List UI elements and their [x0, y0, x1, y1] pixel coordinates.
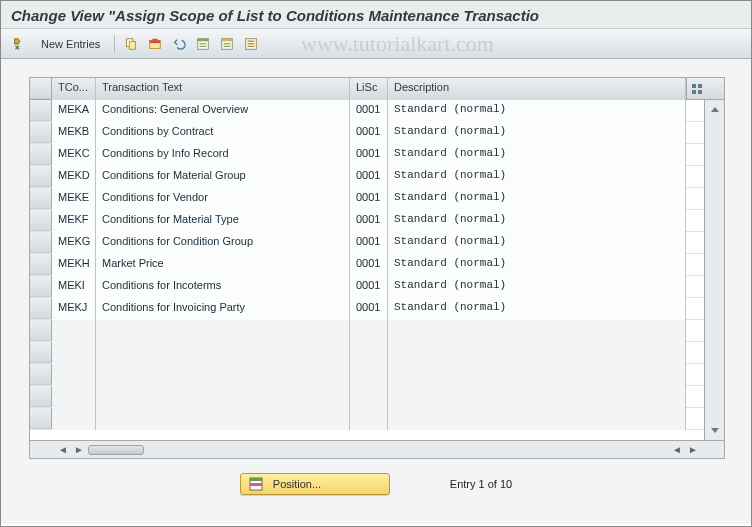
cell-desc[interactable] — [388, 364, 686, 386]
select-block-icon[interactable] — [217, 34, 237, 54]
cell-tcode[interactable]: MEKA — [52, 100, 96, 122]
cell-desc[interactable]: Standard (normal) — [388, 188, 686, 210]
delete-icon[interactable] — [145, 34, 165, 54]
cell-text[interactable] — [96, 342, 350, 364]
scroll-right-icon[interactable]: ► — [72, 443, 86, 457]
cell-lisc[interactable]: 0001 — [350, 254, 388, 276]
table-row[interactable] — [30, 408, 704, 430]
row-handle[interactable] — [30, 320, 52, 341]
cell-text[interactable]: Conditions for Incoterms — [96, 276, 350, 298]
cell-tcode[interactable]: MEKE — [52, 188, 96, 210]
cell-text[interactable]: Conditions by Info Record — [96, 144, 350, 166]
row-handle[interactable] — [30, 122, 52, 143]
table-row[interactable]: MEKCConditions by Info Record0001Standar… — [30, 144, 704, 166]
cell-tcode[interactable]: MEKC — [52, 144, 96, 166]
cell-desc[interactable]: Standard (normal) — [388, 100, 686, 122]
vertical-scrollbar[interactable] — [704, 100, 724, 440]
col-header-text[interactable]: Transaction Text — [96, 78, 350, 100]
cell-tcode[interactable] — [52, 320, 96, 342]
cell-text[interactable]: Market Price — [96, 254, 350, 276]
col-header-lisc[interactable]: LiSc — [350, 78, 388, 100]
row-handle[interactable] — [30, 166, 52, 187]
cell-desc[interactable]: Standard (normal) — [388, 122, 686, 144]
configure-columns-icon[interactable] — [686, 78, 706, 99]
row-handle[interactable] — [30, 100, 52, 121]
scroll-down-icon[interactable] — [707, 422, 723, 438]
table-row[interactable]: MEKBConditions by Contract0001Standard (… — [30, 122, 704, 144]
cell-text[interactable]: Conditions for Vendor — [96, 188, 350, 210]
cell-text[interactable] — [96, 320, 350, 342]
cell-lisc[interactable] — [350, 320, 388, 342]
cell-text[interactable]: Conditions for Material Type — [96, 210, 350, 232]
scroll-left-icon[interactable]: ◄ — [56, 443, 70, 457]
cell-desc[interactable] — [388, 342, 686, 364]
table-row[interactable] — [30, 386, 704, 408]
table-row[interactable]: MEKFConditions for Material Type0001Stan… — [30, 210, 704, 232]
cell-lisc[interactable] — [350, 408, 388, 430]
row-handle[interactable] — [30, 188, 52, 209]
cell-text[interactable]: Conditions for Invoicing Party — [96, 298, 350, 320]
cell-desc[interactable]: Standard (normal) — [388, 298, 686, 320]
cell-lisc[interactable]: 0001 — [350, 188, 388, 210]
row-handle[interactable] — [30, 254, 52, 275]
table-row[interactable]: MEKEConditions for Vendor0001Standard (n… — [30, 188, 704, 210]
cell-lisc[interactable] — [350, 342, 388, 364]
scroll-right-end-icon[interactable]: ► — [686, 443, 700, 457]
table-row[interactable]: MEKIConditions for Incoterms0001Standard… — [30, 276, 704, 298]
cell-text[interactable] — [96, 408, 350, 430]
row-handle[interactable] — [30, 342, 52, 363]
row-handle[interactable] — [30, 298, 52, 319]
cell-lisc[interactable] — [350, 386, 388, 408]
cell-desc[interactable] — [388, 320, 686, 342]
scroll-thumb[interactable] — [88, 445, 144, 455]
row-handle[interactable] — [30, 408, 52, 429]
cell-tcode[interactable] — [52, 364, 96, 386]
cell-tcode[interactable]: MEKI — [52, 276, 96, 298]
cell-lisc[interactable]: 0001 — [350, 210, 388, 232]
cell-text[interactable]: Conditions: General Overview — [96, 100, 350, 122]
cell-lisc[interactable]: 0001 — [350, 166, 388, 188]
cell-desc[interactable]: Standard (normal) — [388, 232, 686, 254]
cell-tcode[interactable] — [52, 408, 96, 430]
table-row[interactable] — [30, 320, 704, 342]
cell-desc[interactable]: Standard (normal) — [388, 254, 686, 276]
col-header-tcode[interactable]: TCo... — [52, 78, 96, 100]
table-row[interactable]: MEKAConditions: General Overview0001Stan… — [30, 100, 704, 122]
cell-lisc[interactable] — [350, 364, 388, 386]
deselect-all-icon[interactable] — [241, 34, 261, 54]
cell-desc[interactable] — [388, 386, 686, 408]
cell-desc[interactable]: Standard (normal) — [388, 210, 686, 232]
col-header-desc[interactable]: Description — [388, 78, 686, 100]
cell-desc[interactable] — [388, 408, 686, 430]
cell-tcode[interactable]: MEKG — [52, 232, 96, 254]
row-handle[interactable] — [30, 232, 52, 253]
table-row[interactable]: MEKGConditions for Condition Group0001St… — [30, 232, 704, 254]
position-button[interactable]: Position... — [240, 473, 390, 495]
table-row[interactable] — [30, 342, 704, 364]
other-view-icon[interactable] — [9, 34, 29, 54]
cell-tcode[interactable]: MEKF — [52, 210, 96, 232]
cell-tcode[interactable]: MEKB — [52, 122, 96, 144]
new-entries-button[interactable]: New Entries — [33, 35, 108, 53]
cell-desc[interactable]: Standard (normal) — [388, 166, 686, 188]
row-handle[interactable] — [30, 210, 52, 231]
cell-lisc[interactable]: 0001 — [350, 100, 388, 122]
cell-tcode[interactable] — [52, 342, 96, 364]
scroll-up-icon[interactable] — [707, 102, 723, 118]
cell-lisc[interactable]: 0001 — [350, 276, 388, 298]
scroll-left-end-icon[interactable]: ◄ — [670, 443, 684, 457]
cell-tcode[interactable]: MEKJ — [52, 298, 96, 320]
undo-icon[interactable] — [169, 34, 189, 54]
cell-text[interactable] — [96, 386, 350, 408]
row-handle[interactable] — [30, 386, 52, 407]
cell-text[interactable]: Conditions by Contract — [96, 122, 350, 144]
row-handle[interactable] — [30, 276, 52, 297]
cell-tcode[interactable]: MEKH — [52, 254, 96, 276]
cell-desc[interactable]: Standard (normal) — [388, 276, 686, 298]
row-handle[interactable] — [30, 364, 52, 385]
cell-tcode[interactable]: MEKD — [52, 166, 96, 188]
cell-lisc[interactable]: 0001 — [350, 232, 388, 254]
row-handle[interactable] — [30, 144, 52, 165]
table-row[interactable] — [30, 364, 704, 386]
cell-lisc[interactable]: 0001 — [350, 122, 388, 144]
